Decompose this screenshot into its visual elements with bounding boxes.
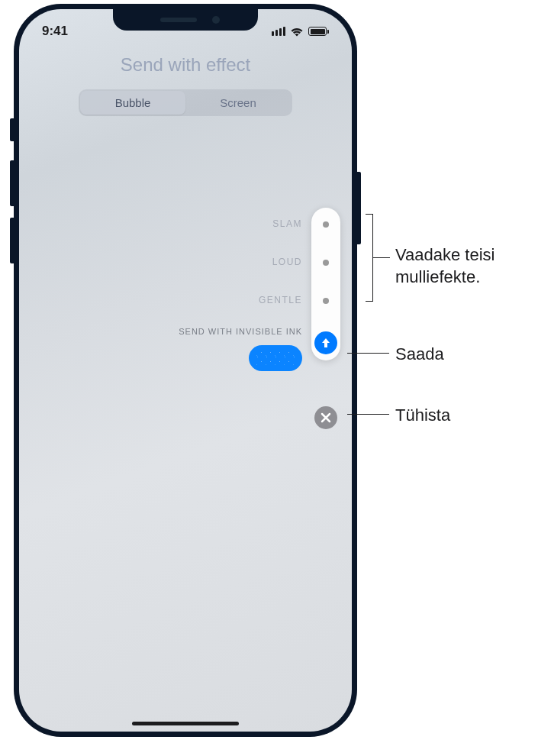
- cancel-button[interactable]: [314, 406, 337, 429]
- invisible-ink-noise: [255, 351, 296, 366]
- tab-bubble[interactable]: Bubble: [80, 91, 185, 115]
- effect-label-loud: LOUD: [272, 257, 302, 267]
- effect-label-slam: SLAM: [272, 218, 302, 229]
- front-camera: [212, 16, 220, 24]
- speaker: [160, 18, 197, 22]
- notch: [113, 9, 258, 31]
- home-indicator[interactable]: [132, 722, 239, 725]
- segmented-control: Bubble Screen: [79, 89, 292, 116]
- battery-icon: [308, 27, 329, 36]
- cellular-icon: [272, 27, 285, 36]
- arrow-up-icon: [320, 337, 332, 349]
- status-time: 9:41: [42, 24, 68, 39]
- effect-dot-slam[interactable]: [323, 221, 329, 228]
- send-button[interactable]: [314, 331, 337, 354]
- page-title: Send with effect: [34, 54, 337, 76]
- effect-dot-loud[interactable]: [323, 260, 329, 266]
- phone-screen: 9:41 Send with effect Bubble Screen: [19, 9, 352, 732]
- callout-send: Saada: [395, 344, 444, 366]
- callout-line-3: [347, 414, 389, 415]
- effect-label-gentle: GENTLE: [259, 295, 302, 305]
- message-bubble-preview: [249, 345, 302, 371]
- effect-dot-gentle[interactable]: [323, 298, 329, 304]
- effect-label-invisible-ink: SEND WITH INVISIBLE INK: [179, 327, 302, 336]
- side-button: [357, 172, 361, 244]
- callout-line-2: [347, 353, 389, 354]
- callout-line-1: [373, 257, 390, 258]
- phone-frame: 9:41 Send with effect Bubble Screen: [14, 4, 357, 737]
- tab-screen[interactable]: Screen: [185, 91, 291, 115]
- callout-see-other-effects: Vaadake teisi mulliefekte.: [395, 244, 538, 288]
- wifi-icon: [290, 27, 304, 37]
- callout-bracket: [366, 214, 373, 302]
- effect-pill: [311, 208, 340, 360]
- callout-cancel: Tühista: [395, 405, 450, 427]
- close-icon: [321, 412, 331, 423]
